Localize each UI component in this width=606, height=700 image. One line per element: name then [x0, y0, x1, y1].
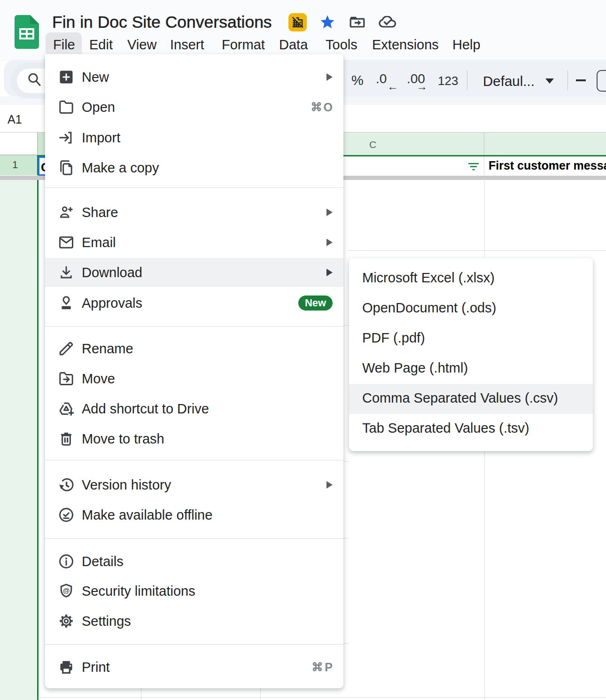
svg-text:@: @ [63, 586, 70, 594]
